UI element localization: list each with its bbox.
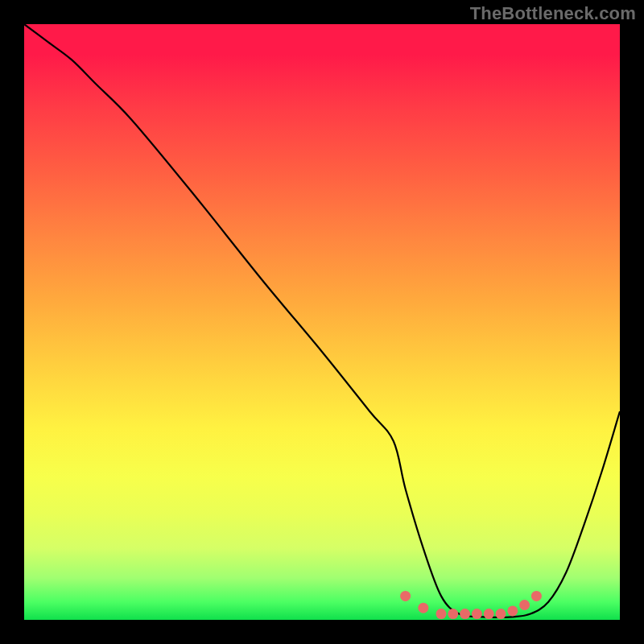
curve-group [24,24,620,617]
curve-dots [400,591,542,619]
curve-dot [460,609,470,619]
curve-dot [472,609,482,619]
curve-dot [507,605,518,616]
curve-dot [418,603,428,613]
chart-svg [24,24,620,620]
curve-dot [519,600,530,610]
chart-plot-area [24,24,620,620]
curve-dot [531,591,542,601]
watermark-text: TheBottleneck.com [470,3,636,24]
chart-frame: TheBottleneck.com [0,0,644,644]
curve-dot [400,591,411,601]
curve-dot [484,609,494,619]
curve-dot [496,609,506,619]
curve-dot [448,609,458,619]
bottleneck-curve [24,24,620,617]
curve-dot [436,609,447,619]
